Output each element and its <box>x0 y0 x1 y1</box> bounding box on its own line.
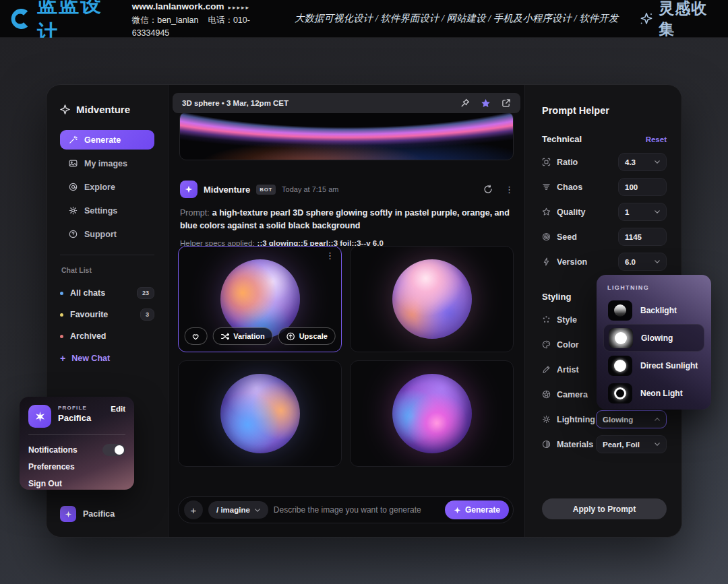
row-label: Chaos <box>557 183 582 192</box>
profile-eyebrow: PROFILE <box>58 405 91 411</box>
generated-image-2[interactable] <box>350 246 514 352</box>
stage-background: Midventure Generate My images Explore <box>0 38 728 584</box>
command-label: / imagine <box>216 506 250 514</box>
plus-icon: + <box>60 353 65 364</box>
upscale-button[interactable]: Upscale <box>278 327 336 345</box>
generated-image-1[interactable]: ⋮ Variation Upscale <box>178 246 342 352</box>
favorite-star-icon[interactable] <box>481 98 491 108</box>
color-icon <box>542 340 557 349</box>
lighting-option-neon-light[interactable]: Neon Light <box>603 379 704 407</box>
message-menu-icon[interactable]: ⋮ <box>505 185 514 195</box>
inspiration-collect[interactable]: 灵感收集 <box>638 0 719 40</box>
lighting-dropdown-popup: LIGHTNING Backlight Glowing Direct Sunli… <box>597 275 711 410</box>
sidebar-item-my-images[interactable]: My images <box>60 154 154 173</box>
services-list: 大数据可视化设计 / 软件界面设计 / 网站建设 / 手机及小程序设计 / 软件… <box>295 12 618 25</box>
chaos-input[interactable]: 100 <box>618 178 667 196</box>
lighting-popup-title: LIGHTNING <box>607 284 704 291</box>
sphere-image <box>392 374 472 453</box>
pin-icon[interactable] <box>460 98 470 108</box>
materials-icon <box>542 440 557 449</box>
generate-button[interactable]: Generate <box>445 500 509 519</box>
option-label: Glowing <box>641 333 673 343</box>
chat-title: 3D sphere • 3 Mar, 12pm CET <box>182 99 289 107</box>
compass-icon <box>68 183 78 191</box>
camera-icon <box>542 390 557 399</box>
sidebar-item-label: Settings <box>84 206 117 216</box>
generated-image-4[interactable] <box>350 360 514 467</box>
glowing-thumbnail <box>609 328 633 348</box>
count-badge: 3 <box>140 309 154 321</box>
share-icon[interactable] <box>502 98 511 108</box>
message-timestamp: Today at 7:15 am <box>282 185 338 193</box>
row-label: Quality <box>557 207 585 217</box>
quality-dropdown[interactable]: 1 <box>618 203 667 221</box>
sidebar-item-generate[interactable]: Generate <box>60 130 154 150</box>
row-materials: Materials Pearl, Foil <box>542 432 667 457</box>
chevron-down-icon <box>255 509 260 512</box>
chat-header: 3D sphere • 3 Mar, 12pm CET <box>173 93 520 113</box>
chat-filter-favourite[interactable]: Favourite 3 <box>60 304 154 325</box>
prompt-input-bar: + / imagine Generate <box>178 496 514 523</box>
collect-text: 灵感收集 <box>659 0 719 40</box>
artist-icon <box>542 365 557 374</box>
version-dropdown[interactable]: 6.0 <box>618 253 667 271</box>
option-label: Direct Sunlight <box>640 361 698 370</box>
row-label: Materials <box>557 440 593 449</box>
notifications-label: Notifications <box>28 445 78 455</box>
variation-button[interactable]: Variation <box>212 327 272 345</box>
lightning-dropdown[interactable]: Glowing <box>596 410 667 428</box>
lighting-option-backlight[interactable]: Backlight <box>603 296 704 324</box>
row-label: Seed <box>557 232 577 242</box>
row-label: Version <box>557 257 587 267</box>
edit-profile-link[interactable]: Edit <box>111 405 125 428</box>
tile-menu-icon[interactable]: ⋮ <box>326 251 334 261</box>
favorite-button[interactable] <box>184 327 207 345</box>
yellow-dot-icon <box>60 313 63 317</box>
notifications-toggle[interactable] <box>102 444 125 456</box>
generation-grid: ⋮ Variation Upscale <box>178 246 514 467</box>
row-label: Color <box>557 340 579 350</box>
seed-input[interactable]: 1145 <box>618 228 667 246</box>
ratio-icon <box>542 158 557 166</box>
prompt-input[interactable] <box>274 505 439 515</box>
new-chat-label: New Chat <box>71 354 110 363</box>
reset-link[interactable]: Reset <box>646 135 667 143</box>
style-icon <box>542 315 557 324</box>
previous-generation-image[interactable] <box>179 112 514 160</box>
attach-button[interactable]: + <box>184 500 203 519</box>
regenerate-icon[interactable] <box>483 185 493 194</box>
apply-to-prompt-button[interactable]: Apply to Prompt <box>542 498 667 519</box>
ratio-dropdown[interactable]: 4.3 <box>618 153 667 171</box>
star-spark-icon <box>638 10 655 28</box>
option-label: Neon Light <box>640 389 683 398</box>
sidebar-item-support[interactable]: Support <box>60 224 154 244</box>
sidebar-user[interactable]: Pacifica <box>60 506 115 522</box>
sidebar-item-label: Explore <box>84 183 115 192</box>
count-badge: 23 <box>137 287 154 299</box>
site-url[interactable]: www.lanlanwork.com <box>132 1 224 11</box>
lighting-option-direct-sunlight[interactable]: Direct Sunlight <box>603 352 704 379</box>
row-label: Lightning <box>557 415 595 424</box>
brand-name: Midventure <box>76 104 130 115</box>
bot-avatar <box>180 181 198 198</box>
sidebar-item-settings[interactable]: Settings <box>60 201 154 220</box>
chat-filter-archived[interactable]: Archived <box>60 325 154 347</box>
version-icon <box>542 257 557 266</box>
chevron-down-icon <box>655 443 660 446</box>
chat-filter-all[interactable]: All chats 23 <box>60 282 154 304</box>
sparkle-icon <box>454 507 461 514</box>
lanlan-logo-icon <box>9 6 33 32</box>
generated-image-3[interactable] <box>178 360 342 467</box>
technical-rows: Ratio 4.3 Chaos 100 Quality 1 <box>542 150 667 274</box>
materials-dropdown[interactable]: Pearl, Foil <box>596 435 667 453</box>
command-selector[interactable]: / imagine <box>208 501 268 519</box>
sidebar-item-explore[interactable]: Explore <box>60 177 154 197</box>
prompt-label: Prompt: <box>180 208 210 218</box>
sign-out-item[interactable]: Sign Out <box>28 475 125 492</box>
preferences-item[interactable]: Preferences <box>28 458 125 475</box>
lighting-option-glowing[interactable]: Glowing <box>603 324 704 352</box>
row-label: Artist <box>557 365 579 375</box>
message-author: Midventure <box>204 185 250 195</box>
row-seed: Seed 1145 <box>542 224 667 249</box>
new-chat-button[interactable]: + New Chat <box>60 347 154 370</box>
